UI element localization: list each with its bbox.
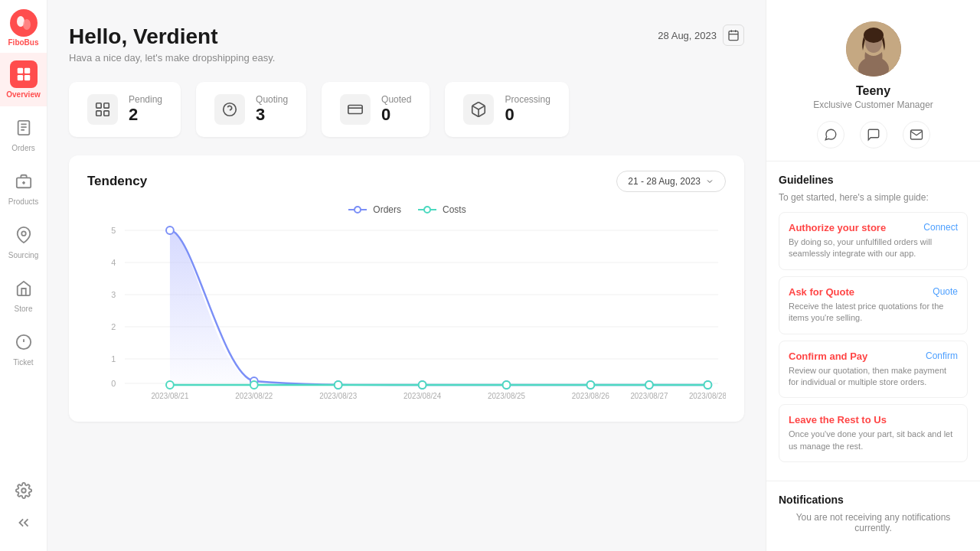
svg-rect-3	[17, 68, 22, 73]
sidebar-item-ticket[interactable]: Ticket	[0, 321, 47, 374]
quoted-value: 0	[381, 105, 411, 125]
logo[interactable]: FiboBus	[8, 9, 39, 47]
svg-point-31	[424, 207, 430, 213]
processing-label: Processing	[505, 94, 550, 105]
stat-processing: Processing 0	[445, 82, 568, 137]
processing-value: 0	[505, 105, 550, 125]
legend-costs-label: Costs	[443, 204, 466, 215]
svg-text:2023/08/27: 2023/08/27	[630, 392, 668, 400]
date-badge: 28 Aug, 2023	[658, 24, 744, 46]
quoted-icon	[340, 94, 371, 125]
email-btn[interactable]	[903, 121, 930, 148]
legend-orders: Orders	[347, 204, 401, 215]
svg-point-2	[23, 19, 31, 30]
date-range-btn[interactable]: 21 - 28 Aug, 2023	[616, 171, 726, 192]
stat-quoting: Quoting 3	[196, 82, 306, 137]
stat-pending: Pending 2	[69, 82, 181, 137]
profile-role: Exclusive Customer Manager	[813, 99, 933, 110]
stats-row: Pending 2 Quoting 3	[69, 82, 744, 137]
sidebar-store-label: Store	[15, 305, 33, 313]
sidebar-item-sourcing[interactable]: Sourcing	[0, 214, 47, 267]
svg-point-62	[335, 381, 342, 389]
sidebar-item-settings[interactable]	[0, 474, 47, 507]
svg-point-11	[21, 231, 26, 236]
svg-rect-22	[96, 111, 101, 116]
svg-point-15	[21, 488, 26, 493]
svg-text:2023/08/25: 2023/08/25	[488, 392, 526, 400]
sidebar-item-orders[interactable]: Orders	[0, 106, 47, 160]
svg-text:2023/08/28: 2023/08/28	[689, 392, 726, 400]
tendency-title: Tendency	[87, 174, 147, 189]
svg-text:0: 0	[111, 379, 116, 388]
svg-point-60	[166, 381, 174, 389]
sidebar: FiboBus Overview Orders	[0, 0, 47, 551]
svg-rect-23	[104, 111, 109, 116]
sidebar-item-overview[interactable]: Overview	[0, 53, 47, 106]
svg-point-65	[586, 381, 594, 389]
calendar-icon-btn[interactable]	[723, 24, 744, 46]
svg-rect-26	[348, 106, 362, 114]
svg-point-63	[419, 381, 426, 389]
svg-text:2: 2	[111, 322, 116, 331]
chart-legend: Orders Costs	[87, 204, 726, 215]
main-content: Hello, Verdient Hava a nice day, let's m…	[47, 0, 766, 551]
guideline-confirm-desc: Review our quotation, then make payment …	[789, 365, 958, 389]
notifications-empty: You are not receiving any notifications …	[779, 512, 968, 533]
guideline-authorize: Authorize your store Connect By doing so…	[779, 212, 968, 270]
processing-icon	[463, 94, 494, 125]
sidebar-sourcing-label: Sourcing	[8, 251, 38, 259]
greeting-section: Hello, Verdient Hava a nice day, let's m…	[69, 24, 275, 82]
guideline-confirm-title: Confirm and Pay	[789, 350, 867, 362]
page-subtitle: Hava a nice day, let's make dropshipping…	[69, 52, 275, 64]
date-text: 28 Aug, 2023	[658, 30, 717, 41]
quoted-label: Quoted	[381, 94, 411, 105]
profile-actions	[817, 121, 930, 148]
legend-orders-label: Orders	[373, 204, 401, 215]
confirm-btn[interactable]: Confirm	[926, 350, 958, 361]
svg-text:4: 4	[111, 258, 116, 267]
svg-point-61	[250, 381, 258, 389]
connect-btn[interactable]: Connect	[923, 222, 958, 233]
pending-value: 2	[129, 105, 162, 125]
quoting-label: Quoting	[256, 94, 288, 105]
quoting-value: 3	[256, 105, 288, 125]
date-range-label: 21 - 28 Aug, 2023	[628, 176, 701, 187]
guideline-confirm: Confirm and Pay Confirm Review our quota…	[779, 341, 968, 399]
message-btn[interactable]	[860, 121, 887, 148]
svg-text:1: 1	[111, 354, 116, 364]
guideline-leave: Leave the Rest to Us Once you've done yo…	[779, 404, 968, 462]
sidebar-overview-label: Overview	[6, 90, 40, 99]
svg-rect-4	[24, 68, 29, 73]
svg-text:2023/08/26: 2023/08/26	[572, 392, 610, 400]
svg-text:5: 5	[111, 226, 116, 235]
stat-quoted: Quoted 0	[322, 82, 430, 137]
profile-section: Teeny Exclusive Customer Manager	[766, 0, 980, 161]
guideline-leave-desc: Once you've done your part, sit back and…	[789, 429, 958, 452]
guidelines-section: Guidelines To get started, here's a simp…	[766, 161, 980, 481]
sidebar-item-store[interactable]: Store	[0, 267, 47, 321]
guideline-authorize-desc: By doing so, your unfulfilled orders wil…	[789, 236, 958, 260]
whatsapp-btn[interactable]	[817, 121, 844, 148]
avatar	[846, 21, 901, 77]
guideline-quote: Ask for Quote Quote Receive the latest p…	[779, 276, 968, 334]
chart-svg: 5 4 3 2 1 0 2023/08/21 2023/08/22 2023/0…	[87, 223, 726, 406]
svg-rect-5	[17, 75, 22, 80]
profile-name: Teeny	[856, 84, 890, 98]
pending-icon	[87, 94, 118, 125]
guideline-leave-title: Leave the Rest to Us	[789, 414, 887, 425]
svg-text:2023/08/23: 2023/08/23	[319, 392, 358, 400]
notifications-section: Notifications You are not receiving any …	[766, 481, 980, 546]
avatar-img	[846, 21, 901, 77]
sidebar-orders-label: Orders	[11, 144, 35, 152]
sidebar-item-products[interactable]: Products	[0, 160, 47, 214]
svg-text:2023/08/21: 2023/08/21	[151, 392, 189, 400]
sidebar-products-label: Products	[8, 197, 38, 206]
right-panel: Teeny Exclusive Customer Manager	[766, 0, 980, 551]
guideline-quote-title: Ask for Quote	[789, 286, 854, 298]
guideline-authorize-title: Authorize your store	[789, 222, 886, 233]
guidelines-subtitle: To get started, here's a simple guide:	[779, 192, 968, 203]
header-row: Hello, Verdient Hava a nice day, let's m…	[69, 24, 744, 82]
sidebar-collapse-btn[interactable]	[0, 507, 47, 539]
svg-rect-20	[96, 103, 101, 108]
quote-btn[interactable]: Quote	[933, 286, 958, 297]
